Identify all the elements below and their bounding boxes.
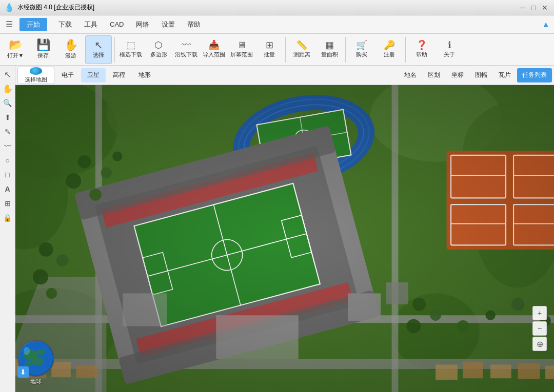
menu-download[interactable]: 下载 bbox=[52, 15, 78, 34]
menu-toggle-button[interactable]: ☰ bbox=[0, 15, 18, 34]
measure-area-label: 量面积 bbox=[321, 51, 338, 58]
tab-electronic[interactable]: 电子 bbox=[55, 68, 80, 82]
task-list-button[interactable]: 任务列表 bbox=[517, 68, 552, 82]
sidebar-pan[interactable]: ✋ bbox=[1, 82, 14, 95]
screen-range-label: 屏幕范围 bbox=[230, 51, 253, 58]
select-label: 选择 bbox=[93, 51, 104, 59]
measure-area-icon: ▦ bbox=[325, 40, 334, 50]
purchase-button[interactable]: 🛒 购买 bbox=[348, 35, 375, 64]
collapse-icon[interactable]: ▲ bbox=[542, 20, 550, 29]
save-button[interactable]: 💾 保存 bbox=[30, 35, 56, 64]
batch-button[interactable]: ⊞ 批量 bbox=[256, 35, 283, 64]
app-icon: 💧 bbox=[4, 3, 14, 12]
sidebar-rect[interactable]: □ bbox=[1, 168, 14, 181]
svg-point-79 bbox=[32, 357, 44, 365]
select-button[interactable]: ↖ 选择 bbox=[85, 35, 112, 64]
tab-elevation[interactable]: 高程 bbox=[107, 68, 131, 82]
menu-settings[interactable]: 设置 bbox=[155, 15, 181, 34]
line-download-icon: 〰 bbox=[182, 40, 191, 50]
pan-label: 漫游 bbox=[65, 52, 76, 59]
open-icon: 📂 bbox=[9, 39, 23, 51]
sidebar-grid[interactable]: ⊞ bbox=[1, 197, 14, 210]
menu-start[interactable]: 开始 bbox=[19, 18, 47, 31]
box-download-icon: ⬚ bbox=[127, 40, 135, 50]
svg-point-78 bbox=[37, 349, 45, 355]
menu-cad[interactable]: CAD bbox=[104, 15, 130, 34]
map-top-toolbar: 选择地图 电子 卫星 高程 地形 地名 区划 坐标 图幅 瓦片 任务列表 bbox=[15, 66, 554, 85]
save-label: 保存 bbox=[37, 52, 49, 59]
select-icon: ↖ bbox=[94, 40, 103, 50]
help-button[interactable]: ❓ 帮助 bbox=[408, 35, 435, 64]
sidebar-text[interactable]: A bbox=[1, 182, 14, 196]
aerial-canvas[interactable]: + − ⊕ 地球 ⬇ bbox=[15, 85, 554, 392]
screen-range-icon: 🖥 bbox=[237, 40, 246, 50]
sidebar-circle[interactable]: ○ bbox=[1, 154, 14, 167]
help-icon: ❓ bbox=[416, 40, 427, 50]
purchase-icon: 🛒 bbox=[356, 40, 367, 50]
tab-terrain[interactable]: 地形 bbox=[132, 68, 157, 82]
close-button[interactable]: ✕ bbox=[540, 3, 550, 13]
separator-4 bbox=[405, 37, 406, 63]
line-download-button[interactable]: 〰 沿线下载 bbox=[173, 35, 200, 64]
sidebar-lock[interactable]: 🔒 bbox=[1, 211, 14, 224]
zoom-in-button[interactable]: + bbox=[532, 306, 547, 320]
place-names-button[interactable]: 地名 bbox=[399, 68, 422, 82]
sidebar-up[interactable]: ⬆ bbox=[1, 111, 14, 124]
separator-2 bbox=[285, 37, 286, 63]
box-download-button[interactable]: ⬚ 框选下载 bbox=[117, 35, 144, 64]
sidebar-search[interactable]: 🔍 bbox=[1, 96, 14, 110]
register-icon: 🔑 bbox=[384, 40, 395, 50]
zoom-out-button[interactable]: − bbox=[532, 321, 547, 336]
about-label: 关于 bbox=[444, 51, 455, 58]
tab-satellite[interactable]: 卫星 bbox=[81, 68, 106, 82]
tiles-button[interactable]: 瓦片 bbox=[493, 68, 516, 82]
sidebar-select[interactable]: ↖ bbox=[1, 68, 14, 81]
menu-network[interactable]: 网络 bbox=[130, 15, 155, 34]
measure-distance-button[interactable]: 📏 测距离 bbox=[288, 35, 315, 64]
purchase-label: 购买 bbox=[356, 51, 367, 58]
svg-point-81 bbox=[24, 347, 30, 355]
boundary-button[interactable]: 区划 bbox=[423, 68, 445, 82]
download-indicator[interactable]: ⬇ bbox=[17, 366, 29, 378]
menu-help[interactable]: 帮助 bbox=[181, 15, 207, 34]
map-svg bbox=[15, 85, 554, 392]
maximize-button[interactable]: □ bbox=[528, 3, 539, 13]
about-icon: ℹ bbox=[448, 40, 451, 50]
separator-3 bbox=[345, 37, 346, 63]
frame-button[interactable]: 图幅 bbox=[470, 68, 492, 82]
sidebar-edit[interactable]: ✎ bbox=[1, 125, 14, 138]
save-icon: 💾 bbox=[36, 39, 50, 51]
import-range-button[interactable]: 📥 导入范围 bbox=[201, 35, 227, 64]
measure-area-button[interactable]: ▦ 量面积 bbox=[316, 35, 343, 64]
polygon-button[interactable]: ⬡ 多边形 bbox=[145, 35, 172, 64]
globe-label: 地球 bbox=[17, 378, 54, 385]
import-range-icon: 📥 bbox=[208, 40, 220, 50]
menu-bar: ☰ 开始 下载 工具 CAD 网络 设置 帮助 ▲ bbox=[0, 15, 554, 34]
separator-1 bbox=[114, 37, 115, 63]
pan-icon: ✋ bbox=[64, 39, 78, 51]
coordinates-button[interactable]: 坐标 bbox=[446, 68, 469, 82]
menu-right-controls: ▲ bbox=[542, 20, 550, 29]
pan-button[interactable]: ✋ 漫游 bbox=[57, 35, 84, 64]
import-range-label: 导入范围 bbox=[203, 51, 225, 58]
batch-label: 批量 bbox=[264, 51, 275, 58]
polygon-label: 多边形 bbox=[150, 51, 167, 58]
menu-tools[interactable]: 工具 bbox=[78, 15, 104, 34]
select-map-button[interactable]: 选择地图 bbox=[17, 67, 54, 84]
window-controls: ─ □ ✕ bbox=[517, 3, 550, 13]
sidebar-line[interactable]: 〰 bbox=[1, 139, 14, 153]
screen-range-button[interactable]: 🖥 屏幕范围 bbox=[228, 35, 255, 64]
map-area[interactable]: 选择地图 电子 卫星 高程 地形 地名 区划 坐标 图幅 瓦片 任务列表 bbox=[15, 66, 554, 392]
measure-distance-icon: 📏 bbox=[296, 40, 307, 50]
register-button[interactable]: 🔑 注册 bbox=[376, 35, 403, 64]
app-title: 水经微图 4.0 [企业版已授权] bbox=[17, 3, 94, 12]
register-label: 注册 bbox=[384, 51, 395, 58]
open-button[interactable]: 📂 打开▼ bbox=[2, 35, 29, 64]
minimize-button[interactable]: ─ bbox=[517, 3, 527, 13]
nav-controls: + − ⊕ bbox=[532, 306, 547, 351]
map-logo-icon bbox=[30, 67, 42, 75]
about-button[interactable]: ℹ 关于 bbox=[436, 35, 463, 64]
main-area: ↖ ✋ 🔍 ⬆ ✎ 〰 ○ □ A ⊞ 🔒 选择地图 电子 卫星 高程 地形 地… bbox=[0, 66, 554, 392]
reset-view-button[interactable]: ⊕ bbox=[532, 337, 547, 351]
svg-rect-75 bbox=[15, 85, 554, 392]
